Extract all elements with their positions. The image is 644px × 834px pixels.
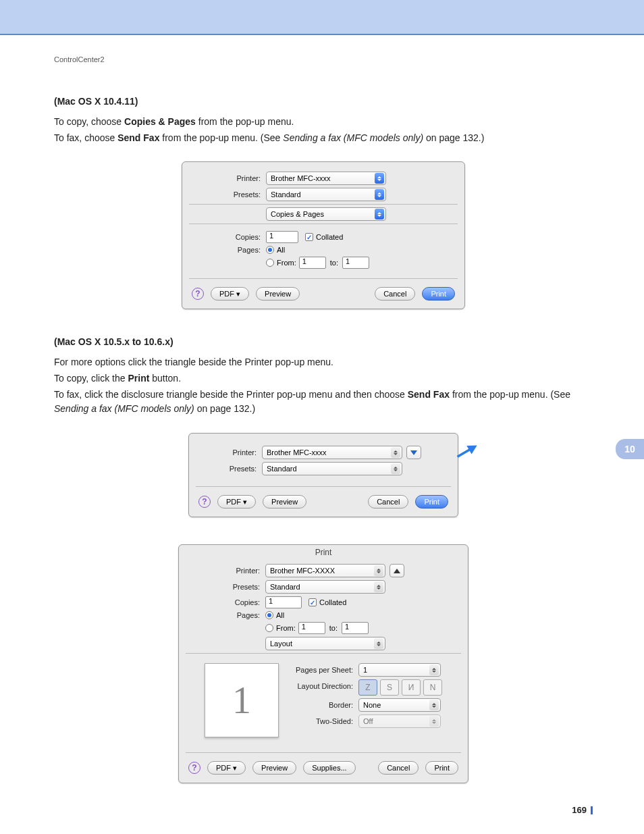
preview-button[interactable]: Preview (252, 761, 296, 775)
pdf-button[interactable]: PDF ▾ (207, 761, 246, 775)
pps-select[interactable]: 1 (358, 663, 441, 677)
border-label: Border: (291, 701, 358, 709)
print-dialog-2: Printer: Brother MFC-xxxx Presets: Stand… (188, 433, 458, 517)
cancel-button[interactable]: Cancel (378, 761, 419, 775)
section2-l1: For more options click the triangle besi… (54, 355, 593, 370)
two-sided-select: Off (358, 714, 441, 728)
copies-input[interactable]: 1 (265, 596, 302, 608)
printer-label: Printer: (188, 567, 265, 575)
section2-l3: To fax, click the disclosure triangle be… (54, 388, 593, 417)
section-select[interactable]: Layout (265, 637, 385, 650)
preview-button[interactable]: Preview (263, 495, 306, 509)
ld-label: Layout Direction: (291, 679, 358, 690)
print-dialog-3: Print Printer: Brother MFC-XXXX Presets:… (178, 544, 468, 783)
help-icon[interactable]: ? (198, 496, 211, 508)
triangle-up-icon (394, 569, 400, 573)
ld-option-4[interactable]: N (423, 679, 442, 696)
disclosure-button[interactable] (406, 446, 421, 459)
caret-icon (374, 638, 383, 649)
dialog-title: Print (179, 545, 468, 561)
presets-label: Presets: (188, 583, 265, 591)
printer-select[interactable]: Brother MFC-xxxx (262, 446, 402, 459)
caret-icon (375, 189, 384, 200)
caret-icon (375, 173, 384, 184)
caret-icon (375, 209, 384, 219)
pages-all-radio[interactable] (265, 611, 273, 619)
presets-select[interactable]: Standard (266, 188, 386, 201)
pages-range-radio[interactable] (265, 624, 273, 632)
collated-checkbox[interactable] (305, 233, 313, 241)
caret-icon (391, 463, 400, 474)
printer-select[interactable]: Brother MFC-XXXX (265, 564, 385, 577)
copies-input[interactable]: 1 (266, 231, 298, 243)
presets-label: Presets: (198, 465, 262, 473)
from-input[interactable]: 1 (299, 257, 326, 269)
pdf-button[interactable]: PDF ▾ (211, 287, 249, 301)
page-bar-icon (591, 806, 593, 814)
pages-label: Pages: (192, 246, 266, 254)
caret-icon (374, 565, 383, 576)
caret-icon (429, 700, 439, 710)
from-input[interactable]: 1 (298, 622, 325, 634)
section2-heading: (Mac OS X 10.5.x to 10.6.x) (54, 336, 593, 347)
ld-option-1[interactable]: Z (358, 679, 377, 696)
print-button[interactable]: Print (425, 761, 458, 775)
presets-select[interactable]: Standard (262, 462, 402, 475)
page-footer: 169 (572, 805, 593, 815)
pdf-button[interactable]: PDF ▾ (217, 495, 256, 509)
caret-icon (374, 581, 383, 592)
pps-label: Pages per Sheet: (291, 666, 358, 674)
pages-label: Pages: (188, 611, 265, 619)
collated-checkbox[interactable] (308, 598, 317, 606)
breadcrumb: ControlCenter2 (54, 55, 593, 63)
printer-select[interactable]: Brother MFC-xxxx (266, 172, 386, 185)
preview-button[interactable]: Preview (256, 287, 300, 301)
help-icon[interactable]: ? (192, 288, 204, 300)
caret-icon (429, 716, 439, 727)
pages-range-radio[interactable] (266, 259, 274, 267)
copies-label: Copies: (192, 233, 266, 241)
layout-direction-group: Z S И N (358, 679, 442, 696)
section1-line1: To copy, choose Copies & Pages from the … (54, 115, 593, 130)
header-band (0, 0, 644, 35)
to-input[interactable]: 1 (342, 622, 369, 634)
print-button[interactable]: Print (422, 287, 455, 301)
help-icon[interactable]: ? (188, 762, 200, 774)
print-dialog-1: Printer: Brother MFC-xxxx Presets: Stand… (182, 161, 465, 309)
presets-select[interactable]: Standard (265, 580, 385, 594)
disclosure-button[interactable] (390, 564, 404, 577)
caret-icon (429, 664, 439, 675)
pages-all-radio[interactable] (266, 246, 274, 254)
triangle-down-icon (410, 450, 417, 455)
section-select[interactable]: Copies & Pages (266, 207, 386, 221)
print-button[interactable]: Print (415, 495, 448, 509)
caret-icon (391, 447, 400, 458)
page-preview: 1 (205, 663, 279, 737)
collated-label: Collated (316, 233, 343, 241)
border-select[interactable]: None (358, 698, 441, 712)
to-input[interactable]: 1 (342, 257, 369, 269)
two-sided-label: Two-Sided: (291, 717, 358, 725)
section1-line2: To fax, choose Send Fax from the pop-up … (54, 131, 593, 146)
printer-label: Printer: (198, 448, 262, 457)
section2-l2: To copy, click the Print button. (54, 371, 593, 386)
presets-label: Presets: (192, 190, 266, 199)
section1-heading: (Mac OS X 10.4.11) (54, 96, 593, 107)
ld-option-2[interactable]: S (380, 679, 399, 696)
copies-label: Copies: (188, 598, 265, 606)
ld-option-3[interactable]: И (402, 679, 421, 696)
supplies-button[interactable]: Supplies... (303, 761, 355, 775)
cancel-button[interactable]: Cancel (375, 287, 415, 301)
cancel-button[interactable]: Cancel (368, 495, 408, 509)
printer-label: Printer: (192, 174, 266, 182)
chapter-tab: 10 (616, 439, 644, 459)
